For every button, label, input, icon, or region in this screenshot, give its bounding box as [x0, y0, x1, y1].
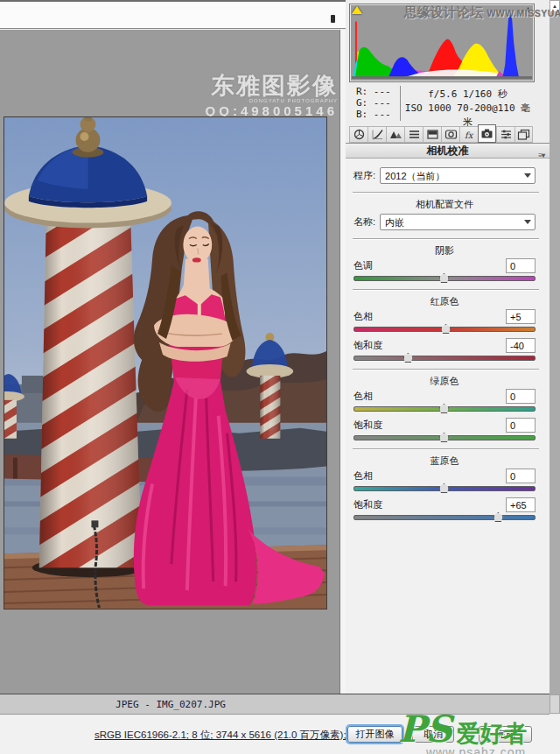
exposure-readout: f/5.6 1/160 秒 — [401, 88, 535, 102]
photo-illustration — [4, 117, 326, 609]
camera-raw-dialog: 东雅图影像 DONGYATU PHOTOGRAPHY QQ:498005146 — [0, 0, 560, 754]
section-separator — [353, 448, 539, 450]
green-saturation-slider-group: 饱和度 0 — [354, 417, 536, 440]
tool-cursor-mark — [331, 15, 335, 23]
rgb-g-readout: G: --- — [356, 97, 400, 109]
green-saturation-label: 饱和度 — [354, 419, 382, 432]
shadows-header: 阴影 — [354, 244, 536, 257]
green-hue-value[interactable]: 0 — [506, 389, 536, 404]
rgb-exif-info: R: --- G: --- B: --- f/5.6 1/160 秒 ISO 1… — [349, 84, 535, 123]
svg-text:fx: fx — [465, 130, 474, 140]
cancel-button[interactable]: 取消 — [412, 726, 454, 743]
studio-watermark-sub: DONGYATU PHOTOGRAPHY — [206, 98, 338, 103]
shadow-tint-thumb[interactable] — [439, 273, 449, 283]
tab-snapshots[interactable] — [514, 126, 533, 143]
green-hue-slider-group: 色相 0 — [354, 388, 536, 412]
tab-presets[interactable] — [496, 126, 514, 143]
red-hue-thumb[interactable] — [441, 324, 451, 334]
red-primary-header: 红原色 — [354, 295, 536, 307]
green-primary-header: 绿原色 — [354, 375, 536, 387]
rgb-b-readout: B: --- — [356, 109, 400, 120]
blue-hue-slider-group: 色相 0 — [354, 468, 536, 491]
tab-split-toning[interactable] — [423, 126, 441, 143]
process-version-dropdown[interactable]: 2012（当前） — [380, 167, 536, 184]
red-hue-label: 色相 — [354, 310, 373, 323]
histogram-graph — [350, 4, 534, 81]
preview-canvas: 东雅图影像 DONGYATU PHOTOGRAPHY QQ:498005146 — [0, 30, 340, 694]
shadow-tint-slider-group: 色调 0 — [354, 257, 536, 281]
profile-name-value: 内嵌 — [385, 217, 404, 228]
tab-hsl-grayscale[interactable] — [404, 126, 423, 143]
red-saturation-slider-group: 饱和度 -40 — [354, 337, 536, 361]
profile-name-dropdown[interactable]: 内嵌 — [380, 214, 536, 230]
tab-camera-calibration[interactable] — [478, 124, 496, 143]
panel-title-bar: 相机校准 ≡▾ — [346, 143, 550, 159]
section-separator — [353, 289, 539, 291]
blue-saturation-value[interactable]: +65 — [506, 497, 536, 512]
green-saturation-track[interactable] — [354, 435, 536, 440]
green-hue-track[interactable] — [354, 406, 536, 412]
red-hue-track[interactable] — [354, 327, 536, 332]
workflow-options-link[interactable]: sRGB IEC61966-2.1; 8 位; 3744 x 5616 (21.… — [94, 729, 346, 742]
shadow-clipping-warning-icon[interactable] — [352, 6, 362, 14]
red-saturation-value[interactable]: -40 — [506, 338, 536, 353]
green-saturation-thumb[interactable] — [439, 433, 449, 442]
section-separator — [353, 369, 539, 370]
panel-scrollbar[interactable]: ▲ — [550, 0, 560, 714]
section-separator — [353, 238, 539, 240]
tab-effects[interactable]: fx — [459, 126, 478, 143]
chevron-down-icon — [524, 173, 531, 178]
adjustment-panel: ↑ R: --- G: --- B: --- f/5.6 1/160 秒 ISO… — [346, 0, 550, 694]
green-hue-label: 色相 — [354, 390, 373, 403]
red-saturation-label: 饱和度 — [354, 339, 382, 352]
panel-tab-strip: fx — [349, 124, 538, 143]
canvas-panel-divider — [340, 30, 346, 694]
blue-hue-value[interactable]: 0 — [506, 469, 536, 483]
panel-title: 相机校准 — [427, 144, 469, 157]
open-image-button[interactable]: 打开图像 — [347, 726, 402, 743]
filename-bar: JPEG - IMG_0207.JPG — [0, 694, 550, 715]
blue-hue-thumb[interactable] — [439, 483, 449, 493]
tab-basic[interactable] — [349, 126, 368, 143]
highlight-clipping-icon[interactable]: ↑ — [526, 5, 530, 14]
red-saturation-thumb[interactable] — [403, 353, 413, 363]
shadow-tint-track[interactable] — [354, 276, 536, 281]
chevron-down-icon — [524, 220, 531, 224]
tab-lens-corrections[interactable] — [441, 126, 459, 143]
blue-primary-header: 蓝原色 — [354, 455, 536, 467]
done-button[interactable]: 完成 — [479, 726, 532, 743]
scrollbar-down-button[interactable] — [550, 694, 560, 714]
tab-detail[interactable] — [386, 126, 404, 143]
green-hue-thumb[interactable] — [439, 404, 449, 413]
profile-name-label: 名称: — [354, 215, 375, 229]
blue-hue-track[interactable] — [354, 486, 536, 491]
blue-saturation-thumb[interactable] — [494, 512, 503, 522]
blue-saturation-label: 饱和度 — [354, 498, 382, 511]
blue-saturation-track[interactable] — [354, 515, 536, 520]
red-saturation-track[interactable] — [354, 356, 536, 361]
process-label: 程序: — [354, 169, 375, 182]
process-version-value: 2012（当前） — [385, 171, 444, 181]
rgb-r-readout: R: --- — [356, 86, 400, 97]
camera-profile-header: 相机配置文件 — [354, 198, 536, 210]
filename-text: JPEG - IMG_0207.JPG — [0, 699, 341, 710]
red-hue-value[interactable]: +5 — [506, 309, 536, 324]
section-separator — [353, 192, 539, 194]
blue-saturation-slider-group: 饱和度 +65 — [354, 497, 536, 520]
scrollbar-up-arrow-icon[interactable]: ▲ — [550, 0, 560, 12]
studio-watermark: 东雅图影像 DONGYATU PHOTOGRAPHY QQ:498005146 — [206, 74, 338, 117]
photo-preview[interactable] — [4, 116, 327, 610]
shadow-tint-label: 色调 — [354, 259, 373, 272]
blue-hue-label: 色相 — [354, 469, 373, 483]
shadow-tint-value[interactable]: 0 — [506, 258, 536, 273]
tab-tone-curve[interactable] — [368, 126, 386, 143]
action-bar: sRGB IEC61966-2.1; 8 位; 3744 x 5616 (21.… — [0, 715, 560, 754]
histogram: ↑ — [349, 4, 535, 82]
camera-calibration-panel: 程序: 2012（当前） 相机配置文件 名称: 内嵌 阴影 色调 — [346, 159, 550, 694]
studio-watermark-name: 东雅图影像 — [206, 74, 338, 98]
green-saturation-value[interactable]: 0 — [506, 418, 536, 433]
red-hue-slider-group: 色相 +5 — [354, 308, 536, 332]
